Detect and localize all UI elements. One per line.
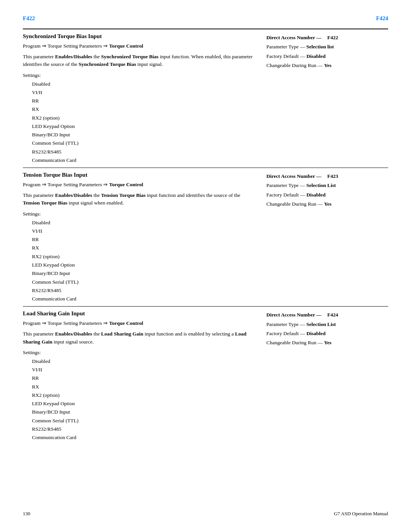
list-item: RX2 (option) (32, 252, 255, 261)
list-item: Disabled (32, 357, 255, 366)
description-f423: This parameter Enables/Disables the Tens… (23, 192, 255, 207)
list-item: Binary/BCD Input (32, 131, 255, 139)
right-col-f422: Direct Access Number — F422Parameter Typ… (266, 33, 388, 168)
section-title-f424: Load Sharing Gain Input (23, 310, 255, 317)
breadcrumb-f424: Program ⇒ Torque Setting Parameters ⇒ To… (23, 320, 255, 326)
list-item: Disabled (32, 80, 255, 88)
header-right: F424 (376, 15, 388, 22)
list-item: RR (32, 97, 255, 105)
factory-default-f423: Factory Default — Disabled (266, 191, 388, 199)
page-header: F422 F424 (23, 15, 388, 22)
list-item: Binary/BCD Input (32, 269, 255, 278)
param-type-f424: Parameter Type — Selection List (266, 321, 388, 328)
header-left: F422 (23, 15, 35, 22)
list-item: Common Serial (TTL) (32, 139, 255, 147)
list-item: VI/II (32, 366, 255, 374)
list-item: Communication Card (32, 156, 255, 165)
direct-access-f423: Direct Access Number — F423 (266, 173, 388, 180)
list-item: RS232/RS485 (32, 148, 255, 156)
factory-default-f424: Factory Default — Disabled (266, 330, 388, 337)
section-title-f422: Synchronized Torque Bias Input (23, 33, 255, 40)
settings-list-f423: DisabledVI/IIRRRXRX2 (option)LED Keypad … (23, 219, 255, 304)
page-number: 130 (23, 511, 30, 517)
list-item: RX (32, 383, 255, 391)
list-item: Binary/BCD Input (32, 408, 255, 416)
list-item: LED Keypad Option (32, 261, 255, 269)
list-item: RX (32, 105, 255, 113)
settings-list-f422: DisabledVI/IIRRRXRX2 (option)LED Keypad … (23, 80, 255, 165)
settings-label-f424: Settings: (23, 350, 255, 356)
list-item: RX2 (option) (32, 391, 255, 399)
list-item: RS232/RS485 (32, 286, 255, 295)
param-section-f422: Synchronized Torque Bias InputProgram ⇒ … (23, 29, 388, 168)
list-item: LED Keypad Option (32, 122, 255, 131)
settings-label-f422: Settings: (23, 72, 255, 78)
list-item: RX (32, 244, 255, 252)
list-item: RS232/RS485 (32, 425, 255, 433)
doc-title: G7 ASD Operation Manual (334, 511, 388, 517)
list-item: Communication Card (32, 295, 255, 303)
breadcrumb-f422: Program ⇒ Torque Setting Parameters ⇒ To… (23, 43, 255, 49)
description-f422: This parameter Enables/Disables the Sync… (23, 53, 255, 69)
list-item: VI/II (32, 227, 255, 235)
changeable-f423: Changeable During Run — Yes (266, 200, 388, 208)
list-item: RX2 (option) (32, 114, 255, 122)
param-section-f423: Tension Torque Bias InputProgram ⇒ Torqu… (23, 168, 388, 306)
sections-container: Synchronized Torque Bias InputProgram ⇒ … (23, 29, 388, 445)
list-item: RR (32, 235, 255, 244)
factory-default-f422: Factory Default — Disabled (266, 53, 388, 60)
list-item: Common Serial (TTL) (32, 417, 255, 425)
settings-list-f424: DisabledVI/IIRRRXRX2 (option)LED Keypad … (23, 357, 255, 442)
left-col-f422: Synchronized Torque Bias InputProgram ⇒ … (23, 33, 266, 168)
description-f424: This parameter Enables/Disables the Load… (23, 330, 255, 346)
right-col-f423: Direct Access Number — F423Parameter Typ… (266, 172, 388, 306)
right-col-f424: Direct Access Number — F424Parameter Typ… (266, 310, 388, 445)
list-item: VI/II (32, 88, 255, 97)
param-type-f423: Parameter Type — Selection List (266, 182, 388, 189)
left-col-f424: Load Sharing Gain InputProgram ⇒ Torque … (23, 310, 266, 445)
section-title-f423: Tension Torque Bias Input (23, 172, 255, 178)
left-col-f423: Tension Torque Bias InputProgram ⇒ Torqu… (23, 172, 266, 306)
settings-label-f423: Settings: (23, 211, 255, 217)
changeable-f422: Changeable During Run — Yes (266, 62, 388, 69)
page-footer: 130 G7 ASD Operation Manual (23, 511, 388, 517)
direct-access-f422: Direct Access Number — F422 (266, 34, 388, 42)
list-item: Communication Card (32, 433, 255, 442)
list-item: LED Keypad Option (32, 399, 255, 408)
breadcrumb-f423: Program ⇒ Torque Setting Parameters ⇒ To… (23, 181, 255, 188)
list-item: Disabled (32, 219, 255, 227)
param-section-f424: Load Sharing Gain InputProgram ⇒ Torque … (23, 306, 388, 445)
direct-access-f424: Direct Access Number — F424 (266, 311, 388, 319)
list-item: Common Serial (TTL) (32, 278, 255, 286)
changeable-f424: Changeable During Run — Yes (266, 339, 388, 347)
param-type-f422: Parameter Type — Selection list (266, 43, 388, 51)
list-item: RR (32, 374, 255, 382)
